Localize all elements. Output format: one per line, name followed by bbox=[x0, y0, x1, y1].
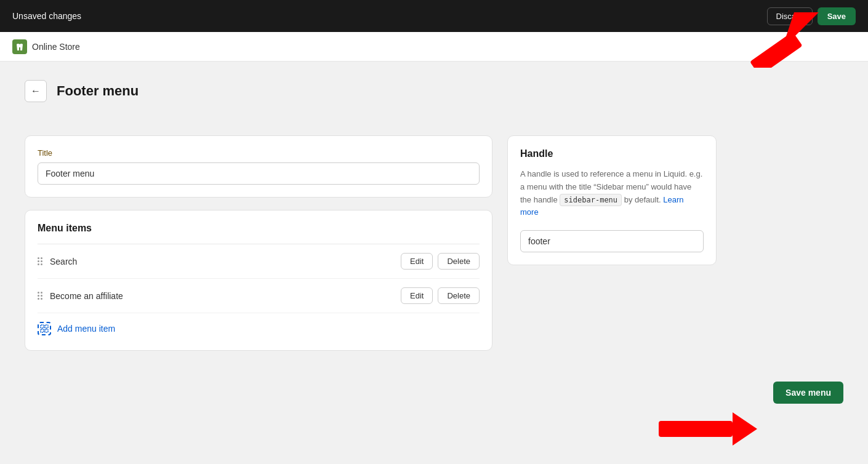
handle-card: Handle A handle is used to reference a m… bbox=[507, 135, 717, 265]
handle-title: Handle bbox=[520, 148, 704, 159]
title-input[interactable] bbox=[38, 162, 480, 185]
back-arrow-icon: ← bbox=[31, 86, 41, 97]
edit-search-button[interactable]: Edit bbox=[401, 253, 433, 270]
svg-rect-7 bbox=[45, 325, 48, 328]
menu-items-title: Menu items bbox=[38, 223, 480, 244]
drag-handle-affiliate[interactable] bbox=[38, 292, 42, 300]
store-logo-icon bbox=[12, 39, 27, 54]
svg-rect-2 bbox=[659, 421, 733, 437]
menu-item-actions-search: Edit Delete bbox=[401, 253, 480, 270]
handle-code-example: sidebar-menu bbox=[560, 194, 622, 206]
edit-affiliate-button[interactable]: Edit bbox=[401, 287, 433, 304]
topbar: Unsaved changes Discard Save bbox=[0, 0, 868, 32]
menu-item-name-search: Search bbox=[50, 257, 401, 266]
handle-description: A handle is used to reference a menu in … bbox=[520, 168, 704, 219]
svg-rect-9 bbox=[45, 329, 48, 332]
save-button[interactable]: Save bbox=[818, 7, 856, 25]
page-title: Footer menu bbox=[57, 83, 139, 99]
svg-rect-6 bbox=[41, 325, 44, 328]
right-column: Handle A handle is used to reference a m… bbox=[507, 135, 717, 265]
add-menu-item-icon bbox=[38, 322, 51, 335]
bottom-actions: Save menu bbox=[0, 382, 868, 422]
topbar-actions: Discard Save bbox=[767, 7, 856, 25]
left-column: Title Menu items Search Edit Delete bbox=[25, 135, 492, 363]
add-menu-item-button[interactable]: Add menu item bbox=[38, 313, 480, 338]
title-card: Title bbox=[25, 135, 492, 198]
delete-affiliate-button[interactable]: Delete bbox=[438, 287, 480, 304]
delete-search-button[interactable]: Delete bbox=[438, 253, 480, 270]
menu-item-name-affiliate: Become an affiliate bbox=[50, 291, 401, 301]
drag-handle-search[interactable] bbox=[38, 257, 42, 265]
discard-button[interactable]: Discard bbox=[767, 7, 813, 25]
handle-input[interactable] bbox=[520, 230, 704, 252]
main-content: Title Menu items Search Edit Delete bbox=[0, 117, 868, 382]
svg-rect-8 bbox=[41, 329, 44, 332]
menu-items-card: Menu items Search Edit Delete bbox=[25, 210, 492, 351]
save-menu-button[interactable]: Save menu bbox=[773, 382, 843, 404]
unsaved-changes-label: Unsaved changes bbox=[12, 11, 81, 21]
menu-item-row: Search Edit Delete bbox=[38, 244, 480, 279]
page-header: ← Footer menu bbox=[25, 80, 843, 102]
menu-item-actions-affiliate: Edit Delete bbox=[401, 287, 480, 304]
back-button[interactable]: ← bbox=[25, 80, 47, 102]
store-name-label: Online Store bbox=[32, 42, 80, 52]
title-field-label: Title bbox=[38, 148, 480, 158]
secondary-nav: Online Store bbox=[0, 32, 868, 62]
store-logo[interactable]: Online Store bbox=[12, 39, 80, 54]
add-menu-item-label: Add menu item bbox=[57, 324, 115, 334]
menu-item-row: Become an affiliate Edit Delete bbox=[38, 279, 480, 313]
svg-rect-5 bbox=[19, 47, 20, 50]
